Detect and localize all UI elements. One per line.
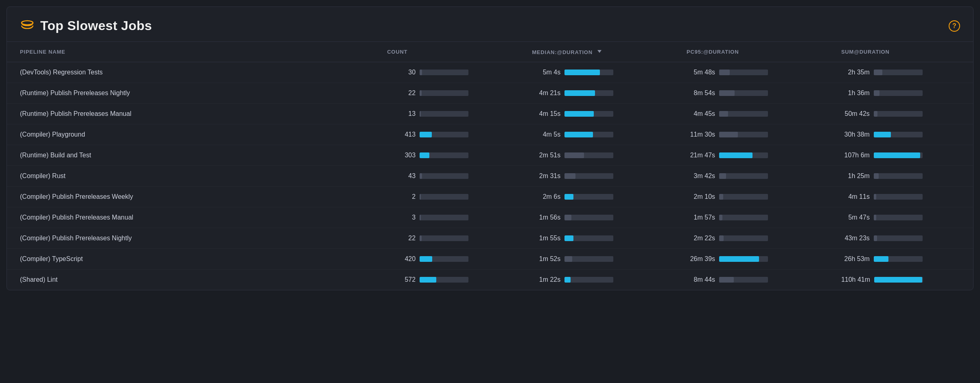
table-row: (Compiler) Publish Prereleases Weekly 2 … bbox=[7, 187, 973, 207]
cell-sum: 1h 25m bbox=[828, 166, 973, 187]
cell-pc95: 5m 48s bbox=[674, 62, 828, 83]
table-row: (Compiler) TypeScript 420 1m 52s 26m 39s… bbox=[7, 249, 973, 270]
cell-count: 572 bbox=[374, 270, 519, 290]
cell-sum: 43m 23s bbox=[828, 228, 973, 249]
table-row: (Compiler) Publish Prereleases Nightly 2… bbox=[7, 228, 973, 249]
cell-count: 22 bbox=[374, 228, 519, 249]
col-header-count: COUNT bbox=[374, 42, 519, 62]
cell-pipeline: (Compiler) Publish Prereleases Weekly bbox=[7, 187, 374, 207]
cell-count: 420 bbox=[374, 249, 519, 270]
cell-sum: 110h 41m bbox=[828, 270, 973, 290]
svg-marker-1 bbox=[597, 50, 602, 53]
help-icon[interactable]: ? bbox=[949, 20, 960, 32]
cell-sum: 107h 6m bbox=[828, 145, 973, 166]
cell-pipeline: (Compiler) Publish Prereleases Nightly bbox=[7, 228, 374, 249]
cell-pc95: 21m 47s bbox=[674, 145, 828, 166]
table-row: (Shared) Lint 572 1m 22s 8m 44s 110h 41m bbox=[7, 270, 973, 290]
cell-sum: 26h 53m bbox=[828, 249, 973, 270]
cell-pipeline: (Compiler) TypeScript bbox=[7, 249, 374, 270]
cell-count: 22 bbox=[374, 83, 519, 104]
cell-pipeline: (Compiler) Rust bbox=[7, 166, 374, 187]
cell-sum: 4m 11s bbox=[828, 187, 973, 207]
table-row: (Runtime) Publish Prereleases Nightly 22… bbox=[7, 83, 973, 104]
col-header-median[interactable]: MEDIAN:@DURATION bbox=[519, 42, 674, 62]
cell-count: 413 bbox=[374, 124, 519, 145]
sort-down-icon bbox=[597, 48, 602, 54]
cell-median: 2m 31s bbox=[519, 166, 674, 187]
cell-sum: 5m 47s bbox=[828, 207, 973, 228]
col-header-pc95: PC95:@DURATION bbox=[674, 42, 828, 62]
cell-pipeline: (Compiler) Playground bbox=[7, 124, 374, 145]
table-row: (Compiler) Publish Prereleases Manual 3 … bbox=[7, 207, 973, 228]
cell-count: 43 bbox=[374, 166, 519, 187]
col-header-pipeline: PIPELINE NAME bbox=[7, 42, 374, 62]
cell-pc95: 8m 44s bbox=[674, 270, 828, 290]
cell-median: 1m 56s bbox=[519, 207, 674, 228]
cell-pipeline: (Compiler) Publish Prereleases Manual bbox=[7, 207, 374, 228]
cell-pipeline: (Runtime) Publish Prereleases Manual bbox=[7, 104, 374, 124]
cell-pc95: 8m 54s bbox=[674, 83, 828, 104]
cell-count: 30 bbox=[374, 62, 519, 83]
cell-pc95: 11m 30s bbox=[674, 124, 828, 145]
cell-pc95: 3m 42s bbox=[674, 166, 828, 187]
cell-median: 2m 51s bbox=[519, 145, 674, 166]
top-slowest-jobs-widget: Top Slowest Jobs ? PIPELINE NAME COUNT M… bbox=[7, 7, 973, 290]
cell-count: 13 bbox=[374, 104, 519, 124]
widget-header: Top Slowest Jobs ? bbox=[7, 7, 973, 42]
cell-median: 5m 4s bbox=[519, 62, 674, 83]
cell-median: 1m 22s bbox=[519, 270, 674, 290]
cell-median: 4m 21s bbox=[519, 83, 674, 104]
table-row: (Compiler) Rust 43 2m 31s 3m 42s 1h 25m bbox=[7, 166, 973, 187]
cell-median: 4m 15s bbox=[519, 104, 674, 124]
cell-count: 2 bbox=[374, 187, 519, 207]
widget-title: Top Slowest Jobs bbox=[40, 18, 152, 33]
svg-point-0 bbox=[22, 21, 33, 25]
cell-pc95: 4m 45s bbox=[674, 104, 828, 124]
cell-median: 1m 55s bbox=[519, 228, 674, 249]
table-row: (DevTools) Regression Tests 30 5m 4s 5m … bbox=[7, 62, 973, 83]
cell-sum: 50m 42s bbox=[828, 104, 973, 124]
cell-pipeline: (DevTools) Regression Tests bbox=[7, 62, 374, 83]
header-left: Top Slowest Jobs bbox=[20, 18, 152, 33]
cell-median: 1m 52s bbox=[519, 249, 674, 270]
table-row: (Compiler) Playground 413 4m 5s 11m 30s … bbox=[7, 124, 973, 145]
cell-pipeline: (Shared) Lint bbox=[7, 270, 374, 290]
table-header-row: PIPELINE NAME COUNT MEDIAN:@DURATION bbox=[7, 42, 973, 62]
cell-sum: 1h 36m bbox=[828, 83, 973, 104]
cell-sum: 2h 35m bbox=[828, 62, 973, 83]
cell-pipeline: (Runtime) Publish Prereleases Nightly bbox=[7, 83, 374, 104]
cell-count: 3 bbox=[374, 207, 519, 228]
stack-icon bbox=[20, 19, 35, 33]
cell-median: 4m 5s bbox=[519, 124, 674, 145]
col-header-sum: SUM@DURATION bbox=[828, 42, 973, 62]
table-wrapper: PIPELINE NAME COUNT MEDIAN:@DURATION bbox=[7, 42, 973, 290]
cell-pc95: 2m 22s bbox=[674, 228, 828, 249]
cell-pc95: 26m 39s bbox=[674, 249, 828, 270]
cell-pipeline: (Runtime) Build and Test bbox=[7, 145, 374, 166]
jobs-table: PIPELINE NAME COUNT MEDIAN:@DURATION bbox=[7, 42, 973, 290]
table-row: (Runtime) Build and Test 303 2m 51s 21m … bbox=[7, 145, 973, 166]
cell-sum: 30h 38m bbox=[828, 124, 973, 145]
cell-count: 303 bbox=[374, 145, 519, 166]
cell-pc95: 1m 57s bbox=[674, 207, 828, 228]
cell-median: 2m 6s bbox=[519, 187, 674, 207]
cell-pc95: 2m 10s bbox=[674, 187, 828, 207]
table-row: (Runtime) Publish Prereleases Manual 13 … bbox=[7, 104, 973, 124]
